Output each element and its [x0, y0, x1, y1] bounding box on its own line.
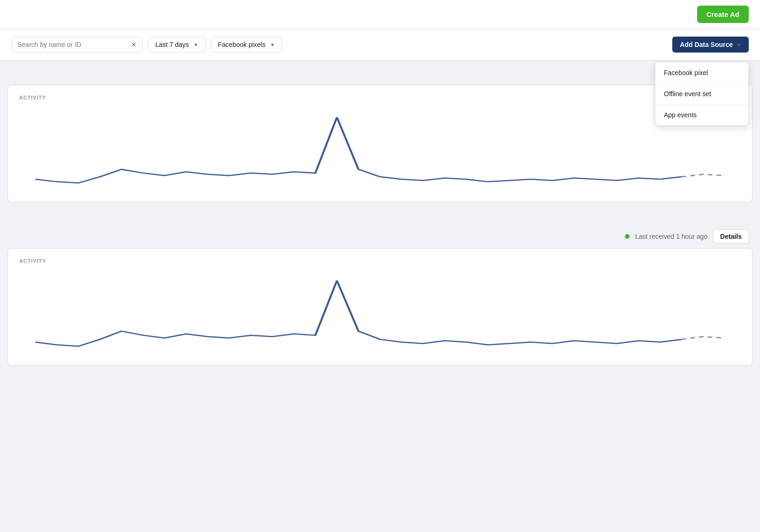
menu-item-app-events[interactable]: App events	[655, 105, 748, 125]
card-row-2: Last received 1 hour ago Details ACTIVIT…	[0, 217, 760, 365]
date-range-dropdown[interactable]: Last 7 days ▼	[148, 37, 205, 53]
activity-label-2: ACTIVITY	[19, 258, 741, 264]
status-text-2: Last received 1 hour ago	[635, 233, 707, 240]
chart-2	[19, 271, 741, 356]
main-content: Last received 1 hour ago ACTIVITY Last r…	[0, 61, 760, 365]
date-range-label: Last 7 days	[155, 41, 189, 48]
card-header-2: Last received 1 hour ago Details	[0, 225, 760, 248]
menu-item-facebook-pixel[interactable]: Facebook pixel	[655, 62, 748, 84]
filter-label: Facebook pixels	[218, 41, 266, 48]
toolbar: ✕ Last 7 days ▼ Facebook pixels ▼ Add Da…	[0, 29, 760, 61]
filter-dropdown[interactable]: Facebook pixels ▼	[211, 37, 282, 53]
add-data-source-label: Add Data Source	[680, 41, 733, 48]
chevron-down-icon: ▼	[194, 42, 198, 47]
create-ad-button[interactable]: Create Ad	[697, 6, 749, 23]
chart-1	[19, 108, 741, 192]
activity-card-2: ACTIVITY	[8, 248, 752, 365]
section-divider	[0, 210, 760, 217]
chevron-down-icon: ▼	[737, 42, 741, 47]
card-row-1: Last received 1 hour ago ACTIVITY	[0, 61, 760, 202]
menu-item-offline-event-set[interactable]: Offline event set	[655, 84, 748, 105]
card-header-1: Last received 1 hour ago	[0, 68, 760, 85]
activity-card-1: ACTIVITY	[8, 85, 752, 202]
details-button-2[interactable]: Details	[713, 229, 749, 243]
search-input-wrapper: ✕	[11, 37, 143, 53]
top-bar: Create Ad	[0, 0, 760, 29]
add-data-source-button[interactable]: Add Data Source ▼	[672, 37, 749, 53]
chevron-down-icon: ▼	[270, 42, 275, 47]
status-dot-2	[625, 234, 630, 239]
clear-icon[interactable]: ✕	[131, 41, 137, 48]
activity-label-1: ACTIVITY	[19, 95, 741, 100]
add-data-source-dropdown-menu: Facebook pixel Offline event set App eve…	[655, 62, 749, 126]
search-input[interactable]	[17, 41, 127, 48]
